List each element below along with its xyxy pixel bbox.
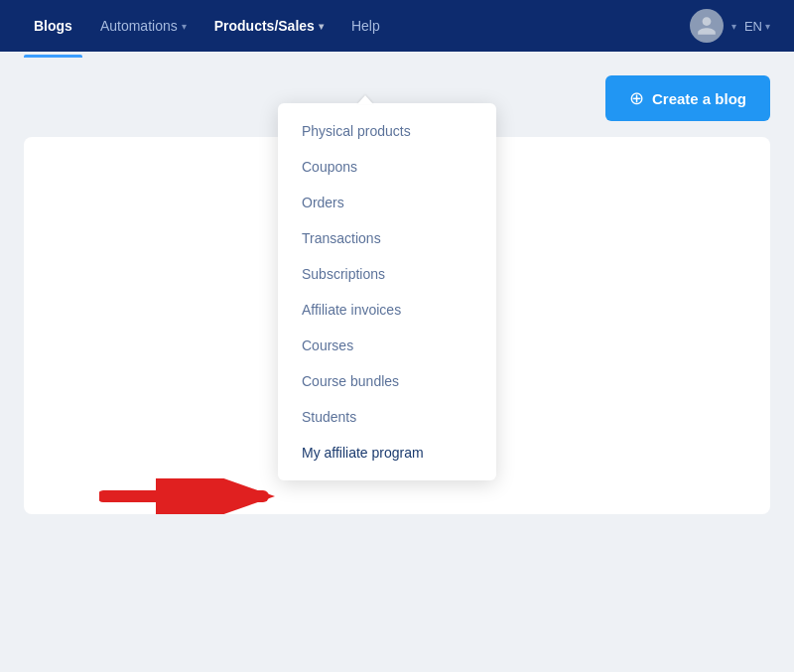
- nav-right: ▾ EN ▾: [690, 9, 770, 43]
- dropdown-item-courses[interactable]: Courses: [278, 328, 496, 363]
- navbar: Blogs Automations ▾ Products/Sales ▾ Hel…: [0, 0, 794, 52]
- red-arrow-svg: [99, 478, 278, 514]
- plus-circle-icon: ⊕: [629, 87, 644, 109]
- lang-label: EN: [744, 19, 762, 34]
- dropdown-item-subscriptions[interactable]: Subscriptions: [278, 256, 496, 292]
- dropdown-item-transactions[interactable]: Transactions: [278, 220, 496, 256]
- create-blog-button[interactable]: ⊕ Create a blog: [605, 75, 770, 121]
- page-content: Physical products Coupons Orders Transac…: [0, 52, 794, 538]
- dropdown-item-orders[interactable]: Orders: [278, 185, 496, 220]
- lang-chevron-icon: ▾: [765, 21, 770, 32]
- dropdown-menu: Physical products Coupons Orders Transac…: [278, 103, 496, 480]
- nav-item-products-sales[interactable]: Products/Sales ▾: [204, 12, 333, 40]
- avatar[interactable]: [690, 9, 724, 43]
- nav-item-help[interactable]: Help: [341, 12, 390, 40]
- dropdown-item-course-bundles[interactable]: Course bundles: [278, 363, 496, 399]
- language-selector[interactable]: EN ▾: [744, 19, 770, 34]
- dropdown-item-coupons[interactable]: Coupons: [278, 149, 496, 185]
- nav-label-products-sales: Products/Sales: [214, 18, 315, 34]
- nav-items: Blogs Automations ▾ Products/Sales ▾ Hel…: [24, 12, 690, 40]
- nav-label-automations: Automations: [100, 18, 178, 34]
- create-blog-label: Create a blog: [652, 90, 746, 107]
- products-sales-dropdown: Physical products Coupons Orders Transac…: [278, 103, 496, 480]
- avatar-chevron-icon: ▾: [731, 21, 736, 32]
- chevron-down-icon-products: ▾: [319, 21, 324, 32]
- nav-item-blogs[interactable]: Blogs: [24, 12, 82, 40]
- user-icon: [696, 15, 718, 37]
- dropdown-item-physical-products[interactable]: Physical products: [278, 113, 496, 149]
- annotation-arrow: [99, 478, 278, 514]
- nav-item-automations[interactable]: Automations ▾: [90, 12, 197, 40]
- dropdown-item-students[interactable]: Students: [278, 399, 496, 435]
- dropdown-item-affiliate-invoices[interactable]: Affiliate invoices: [278, 292, 496, 328]
- nav-label-blogs: Blogs: [34, 18, 72, 34]
- chevron-down-icon: ▾: [182, 21, 187, 32]
- nav-label-help: Help: [351, 18, 380, 34]
- dropdown-item-my-affiliate-program[interactable]: My affiliate program: [278, 435, 496, 470]
